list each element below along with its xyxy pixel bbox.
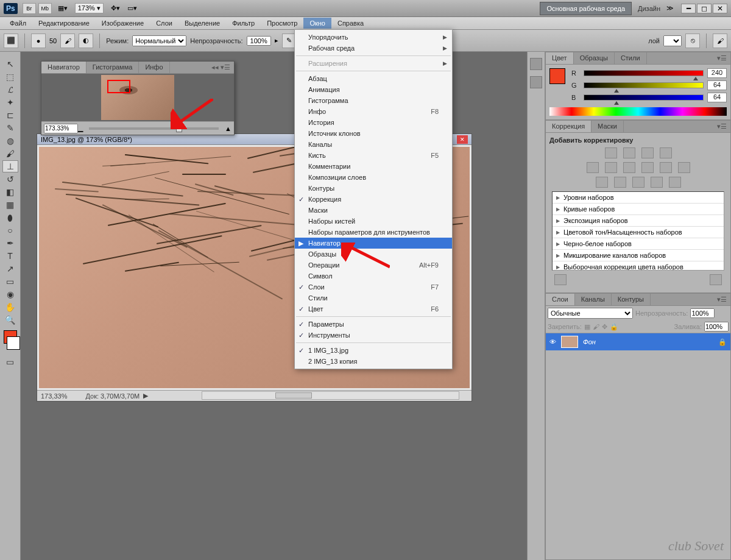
type-tool[interactable]: T	[2, 250, 18, 262]
menu-item[interactable]: Комментарии	[295, 161, 452, 172]
preset-item[interactable]: Выборочная коррекция цвета наборов	[553, 261, 724, 271]
preset-item[interactable]: Экспозиция наборов	[553, 215, 724, 227]
adj-grad-icon[interactable]	[651, 177, 663, 188]
heal-tool[interactable]: ◍	[2, 135, 18, 147]
design-label[interactable]: Дизайн	[632, 2, 666, 15]
tab-channels[interactable]: Каналы	[575, 294, 612, 305]
menu-item[interactable]: Расширения	[295, 58, 452, 69]
opacity-input[interactable]	[247, 36, 271, 46]
menu-item[interactable]: Упорядочить	[295, 32, 452, 43]
quickmask-tool[interactable]: ▭	[2, 356, 18, 368]
status-flyout-icon[interactable]: ▶	[143, 392, 148, 400]
brush-tool[interactable]: 🖌	[2, 147, 18, 160]
menu-item[interactable]: Стили	[295, 292, 452, 303]
path-tool[interactable]: ↗	[2, 263, 18, 275]
menu-item[interactable]: 2 IMG_13 копия	[295, 356, 452, 367]
history-icon[interactable]	[530, 58, 542, 70]
move-tool[interactable]: ↖	[2, 58, 18, 70]
stamp-tool[interactable]: ⊥	[2, 160, 18, 172]
zoom-out-icon[interactable]: ▁	[78, 124, 83, 132]
close-btn[interactable]: ✕	[713, 4, 727, 13]
layer-row[interactable]: 👁 Фон 🔒	[546, 333, 730, 350]
lock-all-icon[interactable]: 🔒	[610, 323, 618, 331]
g-value[interactable]: 64	[707, 80, 727, 90]
adj-hue-icon[interactable]	[605, 162, 617, 173]
bg-swatch[interactable]	[7, 336, 20, 350]
menu-item[interactable]: Рабочая среда	[295, 43, 452, 54]
menu-item[interactable]: Коррекция	[295, 194, 452, 205]
menu-item[interactable]: Инструменты	[295, 330, 452, 341]
adj-curves-icon[interactable]	[641, 147, 654, 158]
menu-item[interactable]: Контуры	[295, 183, 452, 194]
menu-item[interactable]: Навигатор	[295, 238, 452, 249]
menu-item[interactable]: Источник клонов	[295, 128, 452, 139]
adj-invert-icon[interactable]	[596, 177, 608, 188]
menu-filter[interactable]: Фильтр	[226, 18, 261, 29]
menu-item[interactable]: ЦветF6	[295, 303, 452, 314]
adj-bw-icon[interactable]	[641, 162, 654, 173]
menu-help[interactable]: Справка	[331, 18, 370, 29]
layer-opacity-input[interactable]	[690, 308, 715, 318]
r-slider[interactable]	[584, 70, 704, 76]
zoom-tool[interactable]: 🔍	[2, 314, 18, 326]
b-value[interactable]: 64	[707, 93, 727, 102]
adj-clip-icon[interactable]	[554, 274, 567, 285]
adj-levels-icon[interactable]	[623, 147, 635, 158]
preset-item[interactable]: Микширование каналов наборов	[553, 250, 724, 261]
shape-tool[interactable]: ▭	[2, 275, 18, 288]
tab-color[interactable]: Цвет	[546, 52, 574, 64]
adj-select-icon[interactable]	[669, 177, 681, 188]
pen-tool[interactable]: ✒	[2, 237, 18, 249]
adj-mixer-icon[interactable]	[678, 162, 690, 173]
layer-select[interactable]	[663, 35, 682, 46]
lock-paint-icon[interactable]: 🖌	[593, 323, 599, 330]
menu-item[interactable]: Маски	[295, 205, 452, 216]
panel-flyout-icon[interactable]: ▾☰	[713, 52, 730, 64]
wand-tool[interactable]: ✦	[2, 96, 18, 108]
menu-item[interactable]: Каналы	[295, 139, 452, 150]
menu-view[interactable]: Просмотр	[261, 18, 303, 29]
marquee-tool[interactable]: ⬚	[2, 71, 18, 83]
doc-close-icon[interactable]: ✕	[457, 135, 468, 144]
eyedrop-tool[interactable]: ✎	[2, 122, 18, 134]
tab-swatches[interactable]: Образцы	[574, 52, 615, 64]
preset-item[interactable]: Уровни наборов	[553, 192, 724, 204]
panel-flyout-icon[interactable]: ◂◂ ▾☰	[208, 62, 234, 73]
adj-poster-icon[interactable]	[614, 177, 626, 188]
chevrons-icon[interactable]: ≫	[666, 4, 674, 12]
preset-item[interactable]: Кривые наборов	[553, 204, 724, 215]
crop-tool[interactable]: ⊏	[2, 109, 18, 121]
menu-file[interactable]: Файл	[4, 18, 32, 29]
screen-dd[interactable]: ▭▾	[127, 4, 137, 12]
mb-btn[interactable]: Mb	[38, 3, 52, 14]
hand-tool[interactable]: ✋	[2, 301, 18, 313]
adj-balance-icon[interactable]	[623, 162, 635, 173]
brush-panel-icon[interactable]: 🖌	[60, 34, 75, 48]
adj-thresh-icon[interactable]	[632, 177, 644, 188]
fill-input[interactable]	[704, 322, 729, 331]
menu-item[interactable]: Символ	[295, 271, 452, 282]
panel-flyout-icon[interactable]: ▾☰	[713, 294, 730, 305]
tab-paths[interactable]: Контуры	[612, 294, 651, 305]
tool-preset-icon[interactable]: ⬛	[4, 34, 18, 48]
tab-info[interactable]: Инфо	[139, 62, 169, 73]
maximize-btn[interactable]: ◻	[697, 4, 712, 13]
adj-exposure-icon[interactable]	[660, 147, 672, 158]
tab-navigator[interactable]: Навигатор	[41, 62, 87, 73]
view-docs-dd[interactable]: ▦▾	[58, 4, 68, 12]
app-zoom[interactable]: 173% ▾	[75, 3, 104, 13]
nav-zoom-slider[interactable]	[89, 127, 219, 130]
brush-picker-icon[interactable]: ●	[31, 34, 46, 48]
zoom-in-icon[interactable]: ▲	[225, 125, 231, 132]
hand-dd[interactable]: ✥▾	[111, 4, 120, 12]
menu-item[interactable]: Наборы параметров для инструментов	[295, 227, 452, 238]
history-tool[interactable]: ↺	[2, 173, 18, 185]
tab-masks[interactable]: Маски	[592, 121, 624, 132]
tab-adjust[interactable]: Коррекция	[546, 121, 592, 132]
gradient-tool[interactable]: ▦	[2, 199, 18, 211]
menu-item[interactable]: Композиции слоев	[295, 172, 452, 183]
b-slider[interactable]	[584, 94, 704, 101]
menu-window[interactable]: Окно	[303, 18, 331, 29]
airbrush-icon[interactable]: 🖌	[713, 34, 727, 48]
menu-item[interactable]: 1 IMG_13.jpg	[295, 345, 452, 356]
